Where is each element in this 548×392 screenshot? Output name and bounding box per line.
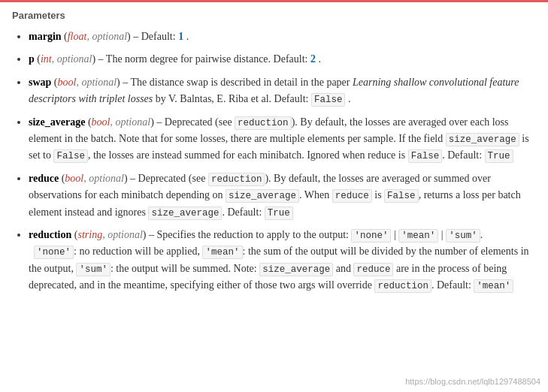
param-item-reduction: reduction (string, optional) – Specifies… [29, 227, 536, 294]
reduction-none1: 'none' [351, 229, 391, 243]
reduction-sum2: 'sum' [76, 263, 111, 276]
p-default-val: 2 [310, 53, 316, 65]
param-type-p: int, optional [41, 53, 92, 65]
param-type-size-average: bool, optional [92, 116, 151, 128]
param-item-reduce: reduce (bool, optional) – Deprecated (se… [29, 170, 536, 221]
param-desc-p: – The norm degree for pairwise distance.… [98, 53, 321, 65]
reduction-none2: 'none' [34, 246, 74, 259]
reduction-mean2: 'mean' [202, 246, 242, 259]
size-average-code2: False [53, 149, 88, 163]
param-type-reduction: string, optional [77, 229, 142, 240]
param-type-reduce: bool, optional [65, 173, 124, 184]
param-item-p: p (int, optional) – The norm degree for … [29, 51, 536, 68]
params-list: margin (float, optional) – Default: 1 . … [12, 29, 536, 294]
margin-default-val: 1 [178, 31, 183, 42]
size-average-default: True [485, 149, 513, 163]
reduce-reduction-ref: reduction [208, 173, 265, 186]
size-average-code3: False [408, 149, 443, 163]
param-desc-margin: – Default: 1 . [133, 31, 189, 42]
reduction-sum1: 'sum' [446, 229, 480, 243]
param-type-margin: float, optional [68, 31, 127, 42]
reduce-code3: False [384, 189, 419, 203]
reduction-mean1: 'mean' [398, 229, 438, 243]
reduction-r-ref: reduce [353, 263, 393, 276]
param-name-reduce: reduce [29, 173, 59, 184]
param-name-margin: margin [29, 31, 62, 42]
param-item-margin: margin (float, optional) – Default: 1 . [29, 29, 536, 45]
watermark: https://blog.csdn.net/lqlb1297488504 [405, 377, 540, 386]
size-average-code1: size_average [446, 133, 519, 146]
param-type-swap: bool, optional [58, 77, 117, 88]
reduce-default: True [265, 207, 293, 220]
section-title: Parameters [12, 10, 536, 21]
reduction-red-ref: reduction [374, 279, 431, 293]
reduce-code1: size_average [226, 189, 299, 203]
reduction-sa-ref: size_average [259, 263, 333, 276]
size-average-reduction-ref: reduction [235, 116, 292, 130]
param-item-swap: swap (bool, optional) – The distance swa… [29, 74, 536, 108]
param-name-swap: swap [29, 77, 51, 88]
reduction-default: 'mean' [474, 279, 513, 293]
param-name-size-average: size_average [29, 116, 85, 128]
param-item-size-average: size_average (bool, optional) – Deprecat… [29, 114, 536, 164]
reduce-code4: size_average [148, 207, 222, 220]
param-name-p: p [29, 53, 35, 65]
swap-default-code: False [311, 93, 346, 107]
page-container: Parameters margin (float, optional) – De… [0, 0, 548, 315]
param-name-reduction: reduction [29, 229, 71, 240]
reduce-code2: reduce [332, 189, 372, 203]
